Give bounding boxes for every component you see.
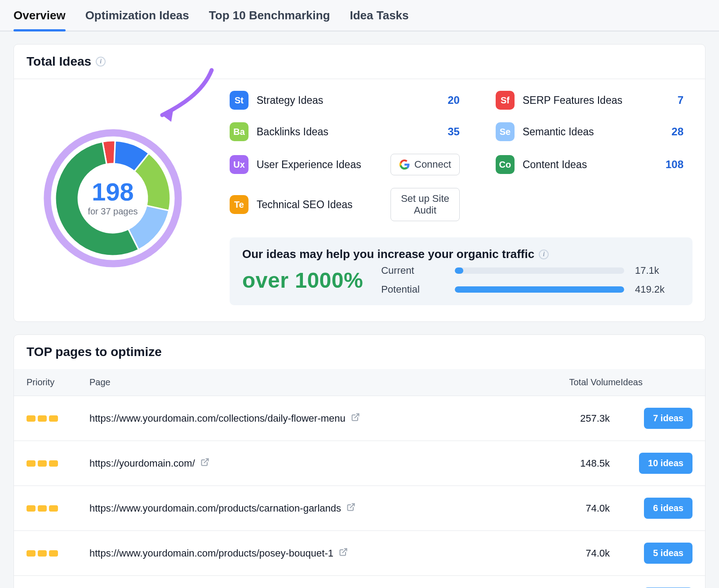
idea-category-ba: BaBacklinks Ideas35 (230, 122, 469, 141)
external-link-icon[interactable] (351, 413, 360, 424)
top-pages-card: TOP pages to optimize PriorityPageTotal … (13, 334, 706, 588)
idea-badge-st: St (230, 91, 249, 110)
column-header: Ideas (621, 377, 692, 388)
tab-optimization-ideas[interactable]: Optimization Ideas (85, 9, 189, 31)
ideas-button[interactable]: 5 ideas (644, 543, 692, 564)
setup-site-audit-button[interactable]: Set up Site Audit (391, 188, 460, 221)
total-ideas-card: Total Ideas i 198 for 37 pages StStrateg… (13, 44, 706, 322)
priority-indicator (27, 505, 89, 512)
idea-badge-sf: Sf (496, 91, 515, 110)
info-icon[interactable]: i (96, 57, 106, 67)
idea-badge-se: Se (496, 122, 515, 141)
svg-line-2 (204, 459, 208, 463)
growth-strip: Our ideas may help you increase your org… (230, 237, 692, 305)
idea-badge-ux: Ux (230, 155, 249, 174)
external-link-icon[interactable] (339, 548, 348, 559)
idea-count[interactable]: 28 (671, 125, 692, 138)
idea-count[interactable]: 7 (678, 94, 692, 107)
growth-percent: over 1000% (242, 268, 363, 293)
idea-label: Semantic Ideas (523, 126, 648, 138)
priority-indicator (27, 415, 89, 422)
idea-count[interactable]: 108 (666, 158, 692, 171)
tab-top-10-benchmarking[interactable]: Top 10 Benchmarking (209, 9, 330, 31)
idea-category-sf: SfSERP Features Ideas7 (496, 91, 692, 110)
idea-label: Backlinks Ideas (257, 126, 382, 138)
column-header: Page (89, 377, 531, 388)
priority-indicator (27, 550, 89, 557)
total-volume: 148.5k (531, 458, 621, 469)
connect-google-button[interactable]: Connect (391, 154, 460, 175)
total-volume: 74.0k (531, 503, 621, 514)
growth-headline: Our ideas may help you increase your org… (242, 247, 534, 261)
idea-label: User Experience Ideas (257, 159, 382, 171)
svg-line-1 (355, 414, 359, 418)
ideas-button[interactable]: 10 ideas (639, 453, 692, 474)
total-volume: 74.0k (531, 548, 621, 559)
svg-line-4 (342, 548, 346, 552)
total-ideas-title: Total Ideas (27, 54, 91, 69)
tabs-bar: OverviewOptimization IdeasTop 10 Benchma… (0, 0, 719, 31)
idea-category-st: StStrategy Ideas20 (230, 91, 469, 110)
idea-badge-te: Te (230, 195, 249, 214)
idea-category-se: SeSemantic Ideas28 (496, 122, 692, 141)
top-pages-title: TOP pages to optimize (27, 345, 162, 359)
ideas-donut-chart: 198 for 37 pages (36, 91, 189, 305)
ideas-button[interactable]: 6 ideas (644, 498, 692, 519)
idea-badge-co: Co (496, 155, 515, 174)
growth-row-value: 17.1k (635, 265, 680, 276)
growth-bar (455, 286, 624, 293)
table-row: https://www.yourdomain.com/products/pose… (14, 531, 705, 576)
external-link-icon[interactable] (346, 503, 355, 514)
idea-label: SERP Features Ideas (523, 94, 648, 107)
idea-count[interactable]: 20 (448, 94, 469, 107)
tab-idea-tasks[interactable]: Idea Tasks (350, 9, 408, 31)
growth-bar (455, 267, 624, 274)
ideas-pages: for 37 pages (88, 206, 138, 217)
idea-category-ux: UxUser Experience IdeasConnect (230, 154, 469, 175)
idea-count[interactable]: 35 (448, 125, 469, 138)
top-pages-columns: PriorityPageTotal VolumeIdeas (14, 369, 705, 396)
ideas-total: 198 (88, 179, 138, 205)
growth-row-value: 419.2k (635, 284, 680, 295)
idea-label: Content Ideas (523, 159, 648, 171)
idea-badge-ba: Ba (230, 122, 249, 141)
info-icon[interactable]: i (539, 249, 549, 259)
idea-label: Strategy Ideas (257, 94, 382, 107)
growth-row-label: Current (381, 265, 444, 276)
svg-line-3 (350, 503, 354, 508)
table-row: https://www.yourdomain.com/collections/d… (14, 396, 705, 441)
page-url[interactable]: https://yourdomain.com/ (89, 458, 531, 469)
column-header: Priority (27, 377, 89, 388)
total-ideas-header: Total Ideas i (14, 45, 705, 79)
idea-category-te: TeTechnical SEO IdeasSet up Site Audit (230, 188, 469, 221)
page-url[interactable]: https://www.yourdomain.com/products/pose… (89, 548, 531, 559)
external-link-icon[interactable] (200, 458, 209, 469)
table-row: https://www.yourdomain.com/products/carn… (14, 486, 705, 531)
page-url[interactable]: https://www.yourdomain.com/products/carn… (89, 503, 531, 514)
growth-row-label: Potential (381, 284, 444, 295)
idea-label: Technical SEO Ideas (257, 199, 382, 211)
total-volume: 257.3k (531, 413, 621, 424)
page-url[interactable]: https://www.yourdomain.com/collections/d… (89, 413, 531, 424)
table-row: https://yourdomain.com/148.5k10 ideas (14, 441, 705, 486)
column-header: Total Volume (531, 377, 621, 388)
priority-indicator (27, 460, 89, 467)
idea-category-co: CoContent Ideas108 (496, 154, 692, 175)
tab-overview[interactable]: Overview (13, 9, 66, 31)
ideas-button[interactable]: 7 ideas (644, 408, 692, 429)
table-row: https://www.yourdomain.com/products/poth… (14, 576, 705, 588)
